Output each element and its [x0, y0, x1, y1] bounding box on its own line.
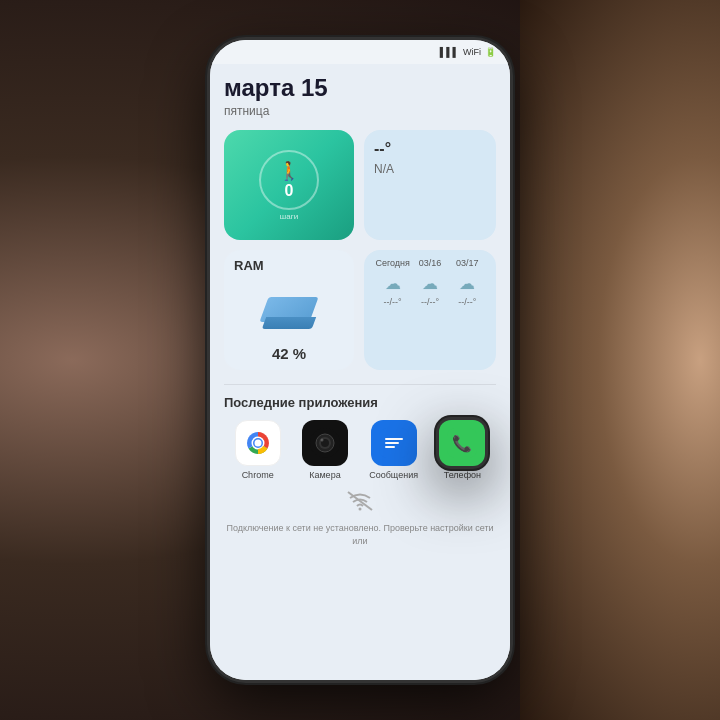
- forecast-day-2: 03/17: [449, 258, 486, 268]
- forecast-days-row: Сегодня 03/16 03/17: [374, 258, 486, 268]
- weather-degree: °: [385, 140, 391, 157]
- phone-frame: ▌▌▌ WiFi 🔋 марта 15 пятница 🚶 0 шаги: [210, 40, 510, 680]
- ram-widget: RAM 42 %: [224, 250, 354, 370]
- forecast-icon-0: ☁: [374, 274, 411, 293]
- messages-label: Сообщения: [369, 470, 418, 480]
- status-bar: ▌▌▌ WiFi 🔋: [210, 40, 510, 64]
- date-header: марта 15 пятница: [224, 74, 496, 118]
- phone-label: Телефон: [444, 470, 481, 480]
- forecast-temps-row: --/--° --/--° --/--°: [374, 297, 486, 307]
- weather-widget: --° N/A: [364, 130, 496, 240]
- forecast-day-1: 03/16: [411, 258, 448, 268]
- steps-circle: 🚶 0: [259, 150, 319, 210]
- background-right: [520, 0, 720, 720]
- camera-icon: [302, 420, 348, 466]
- no-wifi-icon: [346, 490, 374, 518]
- date-weekday: пятница: [224, 104, 496, 118]
- app-item-messages[interactable]: Сообщения: [369, 420, 418, 480]
- svg-point-9: [320, 439, 323, 442]
- steps-person-icon: 🚶: [278, 160, 300, 182]
- steps-count: 0: [285, 182, 294, 200]
- svg-point-16: [359, 508, 362, 511]
- app-item-chrome[interactable]: Chrome: [235, 420, 281, 480]
- ram-visual: [234, 273, 344, 345]
- svg-point-4: [254, 440, 261, 447]
- ram-label: RAM: [234, 258, 344, 273]
- ram-forecast-row: RAM 42 % Сегодня 03/16 03/17 ☁ ☁ ☁: [224, 250, 496, 370]
- forecast-icon-2: ☁: [449, 274, 486, 293]
- svg-rect-13: [385, 446, 395, 448]
- weather-temp: --°: [374, 140, 486, 158]
- screen: марта 15 пятница 🚶 0 шаги --° N/A: [210, 64, 510, 680]
- camera-label: Камера: [309, 470, 340, 480]
- ram-percent: 42 %: [234, 345, 344, 362]
- svg-rect-11: [385, 438, 403, 440]
- app-item-phone[interactable]: 📞 Телефон: [439, 420, 485, 480]
- recent-apps-label: Последние приложения: [224, 395, 496, 410]
- apps-row: Chrome Камера: [224, 420, 496, 480]
- chrome-icon: [235, 420, 281, 466]
- svg-text:📞: 📞: [452, 434, 472, 453]
- ram-iso-box: [259, 289, 319, 329]
- forecast-temp-2: --/--°: [449, 297, 486, 307]
- section-divider: [224, 384, 496, 385]
- weather-temp-value: --: [374, 140, 385, 157]
- wifi-icon: WiFi: [463, 47, 481, 57]
- app-item-camera[interactable]: Камера: [302, 420, 348, 480]
- weather-status: N/A: [374, 162, 486, 176]
- forecast-temp-1: --/--°: [411, 297, 448, 307]
- phone-icon: 📞: [439, 420, 485, 466]
- no-wifi-area: Подключение к сети не установлено. Прове…: [224, 490, 496, 547]
- top-widgets-row: 🚶 0 шаги --° N/A: [224, 130, 496, 240]
- signal-icon: ▌▌▌: [440, 47, 459, 57]
- svg-rect-12: [385, 442, 399, 444]
- chrome-label: Chrome: [242, 470, 274, 480]
- forecast-day-0: Сегодня: [374, 258, 411, 268]
- forecast-widget: Сегодня 03/16 03/17 ☁ ☁ ☁ --/--° --/--° …: [364, 250, 496, 370]
- forecast-icon-1: ☁: [411, 274, 448, 293]
- forecast-icons-row: ☁ ☁ ☁: [374, 274, 486, 293]
- no-wifi-text: Подключение к сети не установлено. Прове…: [224, 522, 496, 547]
- battery-icon: 🔋: [485, 47, 496, 57]
- status-icons: ▌▌▌ WiFi 🔋: [440, 47, 496, 57]
- forecast-temp-0: --/--°: [374, 297, 411, 307]
- steps-widget: 🚶 0 шаги: [224, 130, 354, 240]
- messages-icon: [371, 420, 417, 466]
- steps-label: шаги: [280, 212, 298, 221]
- date-day: марта 15: [224, 74, 496, 102]
